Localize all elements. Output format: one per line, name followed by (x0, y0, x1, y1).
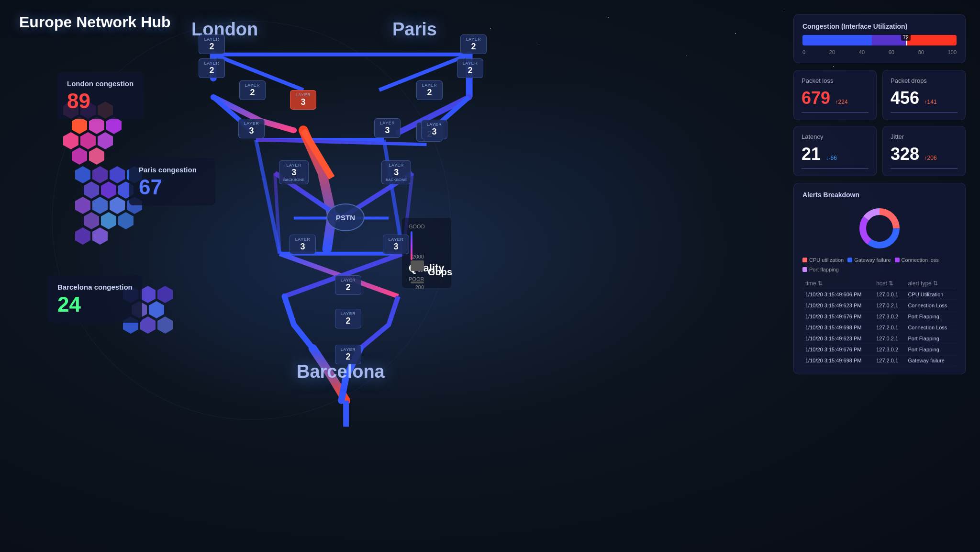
jitter-label: Jitter (891, 133, 958, 140)
barcelona-congestion-card: Barcelona congestion 24 (48, 275, 142, 323)
cell-time: 1/10/20 3:15:49:606 PM (802, 289, 873, 300)
congestion-panel: Congestion (Interface Utilization) 72 0 … (793, 14, 966, 63)
donut-chart (856, 204, 903, 252)
alert-legend: CPU utilization Gateway failure Connecti… (802, 257, 957, 272)
cell-alert: Connection Loss (905, 300, 957, 311)
donut-chart-container (802, 204, 957, 252)
cell-host: 127.0.2.1 (873, 300, 905, 311)
london-congestion-card: London congestion 89 (57, 72, 144, 119)
jitter-card: Jitter 328 ↑206 (882, 126, 966, 176)
packet-loss-label: Packet loss (802, 77, 869, 84)
layer-node-backbone-l: LAYER 3 BACKBONE (279, 160, 309, 184)
alerts-breakdown-panel: Alerts Breakdown CPU utilization Gate (793, 183, 966, 374)
latency-value: 21 (802, 144, 821, 164)
layer-node-l8: LAYER 3 (421, 120, 447, 139)
layer-node-l6: LAYER 3 (374, 118, 401, 138)
latency-card: Latency 21 ↓-66 (793, 126, 877, 176)
cell-host: 127.3.0.2 (873, 311, 905, 322)
alerts-title: Alerts Breakdown (802, 191, 957, 199)
cell-host: 127.0.0.1 (873, 289, 905, 300)
table-row: 1/10/20 3:15:49:676 PM 127.3.0.2 Port Fl… (802, 311, 957, 322)
legend-gateway: Gateway failure (847, 257, 891, 263)
cell-time: 1/10/20 3:15:49:623 PM (802, 333, 873, 344)
app-title: Europe Network Hub (19, 13, 170, 31)
congestion-bar (802, 35, 957, 45)
layer-node-l1: LAYER 2 (199, 34, 225, 54)
svg-point-5 (867, 216, 892, 241)
barcelona-city-label: Barcelona (297, 361, 385, 382)
latency-divider (802, 168, 869, 169)
jitter-value: 328 (891, 144, 919, 164)
packet-drops-card: Packet drops 456 ↑141 (882, 70, 966, 120)
paris-card-value: 67 (139, 177, 206, 198)
layer-node-r3: LAYER 2 (416, 80, 443, 100)
col-alert-type[interactable]: alert type ⇅ (905, 278, 957, 289)
cell-host: 127.2.0.1 (873, 322, 905, 333)
layer-node-active: LAYER 3 (290, 90, 316, 110)
layer-node-pr1: LAYER 2 (460, 34, 487, 54)
packet-drops-value: 456 (891, 88, 919, 108)
cell-alert: Connection Loss (905, 322, 957, 333)
layer-node-ll1: LAYER 3 (290, 235, 316, 254)
cell-time: 1/10/20 3:15:49:676 PM (802, 311, 873, 322)
cell-time: 1/10/20 3:15:49:698 PM (802, 355, 873, 366)
cell-time: 1/10/20 3:15:49:676 PM (802, 344, 873, 355)
col-time[interactable]: time ⇅ (802, 278, 873, 289)
congestion-panel-title: Congestion (Interface Utilization) (802, 23, 957, 30)
layer-node-bl1: LAYER 2 (335, 275, 361, 295)
legend-connection: Connection loss (895, 257, 939, 263)
col-host[interactable]: host ⇅ (873, 278, 905, 289)
packet-loss-value: 679 (802, 88, 830, 108)
cell-alert: Port Flapping (905, 344, 957, 355)
cbar-blue-segment (802, 35, 872, 45)
congestion-marker-value: 72 (901, 34, 911, 41)
packet-drops-change: ↑141 (924, 99, 937, 105)
latency-change: ↓-66 (826, 155, 837, 161)
congestion-bar-labels: 0 20 40 60 80 100 (802, 49, 957, 55)
legend-port-flapping: Port flapping (802, 267, 839, 272)
cell-alert: Port Flapping (905, 311, 957, 322)
paris-card-title: Paris congestion (139, 166, 206, 174)
paris-city-label: Paris (392, 19, 437, 40)
layer-node-bc1: LAYER 2 (335, 309, 361, 328)
table-row: 1/10/20 3:15:49:698 PM 127.2.0.1 Connect… (802, 322, 957, 333)
cell-host: 127.3.0.2 (873, 344, 905, 355)
layer-node-backbone-r: LAYER 3 BACKBONE (381, 160, 411, 184)
london-card-title: London congestion (67, 79, 134, 88)
legend-cpu: CPU utilization (802, 257, 844, 263)
table-row: 1/10/20 3:15:49:698 PM 127.2.0.1 Gateway… (802, 355, 957, 366)
layer-node-lr1: LAYER 3 (383, 235, 409, 254)
cbar-red-segment (907, 35, 957, 45)
packet-loss-change: ↑224 (835, 99, 848, 105)
packet-drops-label: Packet drops (891, 77, 958, 84)
legend-good: GOOD (409, 224, 445, 229)
table-row: 1/10/20 3:15:49:676 PM 127.3.0.2 Port Fl… (802, 344, 957, 355)
barcelona-card-value: 24 (57, 294, 133, 315)
layer-node-pr2: LAYER 2 (457, 58, 483, 78)
latency-label: Latency (802, 133, 869, 140)
cell-alert: CPU Utilization (905, 289, 957, 300)
jitter-divider (891, 168, 958, 169)
alert-table: time ⇅ host ⇅ alert type ⇅ 1/10/20 3:15:… (802, 278, 957, 366)
packet-drops-divider (891, 112, 958, 113)
table-row: 1/10/20 3:15:49:623 PM 127.0.2.1 Port Fl… (802, 333, 957, 344)
table-row: 1/10/20 3:15:49:606 PM 127.0.0.1 CPU Uti… (802, 289, 957, 300)
london-card-value: 89 (67, 90, 134, 112)
stats-grid: Packet loss 679 ↑224 Packet drops 456 ↑1… (793, 70, 966, 176)
cell-alert: Port Flapping (905, 333, 957, 344)
packet-loss-divider (802, 112, 869, 113)
layer-node-l3: LAYER 2 (239, 80, 266, 100)
barcelona-card-title: Barcelona congestion (57, 283, 133, 291)
layer-node-l5: LAYER 3 (238, 119, 265, 138)
cell-time: 1/10/20 3:15:49:698 PM (802, 322, 873, 333)
gbps-legend: 2000 200 Gbps (411, 254, 452, 290)
pstn-node: PSTN (326, 203, 365, 231)
layer-node-l2: LAYER 2 (199, 58, 225, 78)
cell-host: 127.2.0.1 (873, 355, 905, 366)
paris-congestion-card: Paris congestion 67 (129, 158, 215, 205)
right-panel: Congestion (Interface Utilization) 72 0 … (793, 14, 966, 374)
cell-host: 127.0.2.1 (873, 333, 905, 344)
jitter-change: ↑206 (924, 155, 937, 161)
packet-loss-card: Packet loss 679 ↑224 (793, 70, 877, 120)
table-row: 1/10/20 3:15:49:623 PM 127.0.2.1 Connect… (802, 300, 957, 311)
